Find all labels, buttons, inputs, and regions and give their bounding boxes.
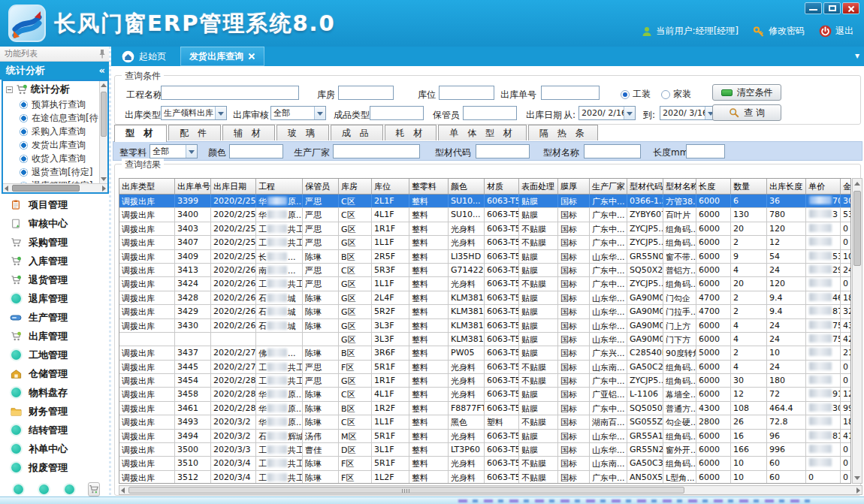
tree-vertical-scrollbar[interactable] bbox=[99, 81, 107, 183]
dot-icon[interactable] bbox=[65, 484, 74, 494]
radio-industrial[interactable]: 工装 bbox=[621, 88, 651, 101]
table-row[interactable]: 调拨出库34002020/2/25华原...严思C区4L1F整料SU10...6… bbox=[119, 208, 850, 222]
sidebar-item-生产管理[interactable]: 生产管理 bbox=[0, 308, 110, 327]
column-header[interactable]: 出库类型 bbox=[119, 179, 175, 194]
tree-horizontal-scrollbar[interactable] bbox=[3, 183, 107, 192]
clear-conditions-button[interactable]: 清空条件 bbox=[712, 84, 781, 101]
tree-item[interactable]: 退货查询[待定] bbox=[3, 165, 107, 179]
column-header[interactable]: 保管员 bbox=[303, 179, 339, 194]
column-header[interactable]: 表面处理 bbox=[519, 179, 558, 194]
logout-button[interactable]: 退出 bbox=[819, 25, 853, 38]
table-row[interactable]: 调拨出库34132020/2/26南...严思C区5R3F整料G71422606… bbox=[119, 264, 850, 277]
table-row[interactable]: 调拨出库34092020/2/25长...陈琳B区2R5F整料LI35HD606… bbox=[119, 250, 850, 264]
location-input[interactable] bbox=[439, 86, 494, 100]
table-row[interactable]: 调拨出库34932020/3/2华原...陈琳C区1L1F整料黑色塑料不贴膜国标… bbox=[119, 415, 850, 429]
search-button[interactable]: 查 询 bbox=[712, 104, 781, 121]
sidebar-item-退库管理[interactable]: 退库管理 bbox=[0, 289, 110, 308]
table-row[interactable]: 调拨出库34282020/2/26石城陈琳G区2L4F整料KLM38176063… bbox=[119, 291, 850, 305]
dot-icon[interactable] bbox=[14, 484, 23, 494]
tab-close-icon[interactable] bbox=[248, 53, 255, 60]
audit-select[interactable]: 全部 bbox=[270, 106, 326, 120]
profile-code-input[interactable] bbox=[476, 144, 530, 158]
table-row[interactable]: 调拨出库34452020/2/27工共工程严思F区5R1F整料光身料6063-T… bbox=[119, 361, 850, 374]
sidebar-item-仓储管理[interactable]: 仓储管理 bbox=[0, 364, 110, 383]
material-tab[interactable]: 耗 材 bbox=[385, 125, 437, 140]
sidebar-item-审核中心[interactable]: 审核中心 bbox=[0, 214, 110, 233]
column-header[interactable]: 型材代码 bbox=[627, 179, 663, 194]
tree-item[interactable]: 收货入库查询 bbox=[3, 152, 107, 165]
table-row[interactable]: G区3L3F整料KLM38176063-T5贴膜国标山东华...GA90M09.… bbox=[119, 333, 850, 346]
table-row[interactable]: 调拨出库35102020/3/4工共工程陈琳F区5R1F整料光身料6063-T5… bbox=[119, 457, 850, 470]
column-header[interactable]: 生产厂家 bbox=[590, 179, 627, 194]
collapse-icon[interactable]: « bbox=[99, 62, 105, 80]
table-row[interactable]: 调拨出库34242020/2/26工共工程严思G区1L1F整料光身料6063-T… bbox=[119, 277, 850, 291]
sidebar-item-工地管理[interactable]: 工地管理 bbox=[0, 346, 110, 364]
table-row[interactable]: 调拨出库34302020/2/26石城陈琳G区3L3F整料KLM38176063… bbox=[119, 319, 850, 333]
change-password-button[interactable]: 修改密码 bbox=[753, 25, 805, 38]
sidebar-item-物料盘存[interactable]: 物料盘存 bbox=[0, 383, 110, 402]
dot-icon[interactable] bbox=[39, 484, 49, 494]
table-row[interactable]: 调拨出库34542020/2/28工共工程严思G区1R1F整料光身料6063-T… bbox=[119, 374, 850, 388]
sidebar-item-报废管理[interactable]: 报废管理 bbox=[0, 458, 110, 477]
table-row[interactable]: 调拨出库34032020/2/25工共工程严思G区1R1F整料光身料6063-T… bbox=[119, 222, 850, 236]
profile-name-input[interactable] bbox=[584, 144, 641, 158]
sidebar-item-结转管理[interactable]: 结转管理 bbox=[0, 421, 110, 439]
sidebar-item-项目管理[interactable]: 项目管理 bbox=[0, 195, 110, 214]
color-input[interactable] bbox=[229, 144, 283, 158]
sidebar-item-退货管理[interactable]: 退货管理 bbox=[0, 270, 110, 289]
material-tab[interactable]: 玻 璃 bbox=[276, 125, 329, 140]
sidebar-item-采购管理[interactable]: 采购管理 bbox=[0, 233, 110, 252]
table-horizontal-scrollbar[interactable] bbox=[119, 485, 862, 495]
sidebar-item-财务管理[interactable]: 财务管理 bbox=[0, 402, 110, 421]
tab-overflow-arrow[interactable]: ▾ bbox=[855, 50, 859, 61]
table-vertical-scrollbar[interactable] bbox=[852, 178, 862, 484]
product-type-input[interactable] bbox=[370, 106, 424, 120]
close-button[interactable] bbox=[842, 2, 859, 14]
tab-shipping-outbound-query[interactable]: 发货出库查询 bbox=[180, 47, 264, 66]
table-row[interactable]: 调拨出库35002020/3/3工共工程曹佳D区3L1F整料LT3P606063… bbox=[119, 443, 850, 457]
material-tab[interactable]: 配 件 bbox=[168, 125, 221, 140]
table-row[interactable]: 调拨出库34292020/2/26石城陈琳G区5R2F整料KLM38176063… bbox=[119, 305, 850, 318]
tab-home[interactable]: 起始页 bbox=[113, 47, 175, 66]
column-header[interactable]: 整零料 bbox=[409, 179, 449, 194]
table-row[interactable]: 调拨出库35122020/3/4工共工程陈琳F区1L2F整料光身料6063-T5… bbox=[119, 471, 850, 484]
column-header[interactable]: 型材名称 bbox=[663, 179, 696, 194]
minimize-button[interactable] bbox=[805, 2, 822, 14]
column-header[interactable]: 材质 bbox=[485, 179, 519, 194]
column-header[interactable]: 出库单号 bbox=[175, 179, 211, 194]
table-row[interactable]: 调拨出库34372020/2/27佛...陈琳B区3R6F整料PW056063-… bbox=[119, 346, 850, 360]
tree-item[interactable]: 在途信息查询[待 bbox=[3, 111, 107, 125]
sidebar-item-出库管理[interactable]: 出库管理 bbox=[0, 327, 110, 346]
tree-item[interactable]: 预算执行查询 bbox=[3, 98, 107, 111]
sidebar-cart-button[interactable] bbox=[88, 482, 100, 496]
tree-item[interactable]: 采购入库查询 bbox=[3, 125, 107, 138]
outbound-type-select[interactable]: 生产领料出库 bbox=[161, 106, 227, 120]
date-from-select[interactable]: 2020/ 2/16 bbox=[579, 106, 636, 120]
material-tab[interactable]: 成 品 bbox=[331, 125, 383, 140]
tree-root[interactable]: 统计分析 bbox=[3, 81, 107, 98]
column-header[interactable]: 膜厚 bbox=[558, 179, 590, 194]
tree-expander-icon[interactable] bbox=[6, 86, 13, 93]
sidebar-item-入库管理[interactable]: 入库管理 bbox=[0, 252, 110, 270]
column-header[interactable]: 出库长度 bbox=[767, 179, 806, 194]
table-row[interactable]: 调拨出库34582020/2/28华原...陈琳C区4L1F整料光身料6063-… bbox=[119, 388, 850, 401]
column-header[interactable]: 出库日期 bbox=[211, 179, 256, 194]
column-header[interactable]: 工程 bbox=[256, 179, 303, 194]
tree-item[interactable]: 发货出库查询 bbox=[3, 138, 107, 152]
column-header[interactable]: 长度 bbox=[696, 179, 731, 194]
maximize-button[interactable] bbox=[823, 2, 841, 14]
column-header[interactable]: 数量 bbox=[731, 179, 767, 194]
column-header[interactable]: 库房 bbox=[339, 179, 372, 194]
project-name-input[interactable] bbox=[161, 86, 299, 100]
order-no-input[interactable] bbox=[541, 86, 600, 100]
date-to-select[interactable]: 2020/ 3/16 bbox=[660, 106, 717, 120]
table-row[interactable]: 调拨出库34942020/3/2石辉城汤伟M区5R1F整料光身料6063-T5贴… bbox=[119, 430, 850, 443]
table-row[interactable]: 调拨出库33992020/2/25华原...严思C区2L1F整料SU10...6… bbox=[119, 195, 850, 208]
length-input[interactable] bbox=[686, 144, 725, 158]
column-header[interactable]: 颜色 bbox=[449, 179, 485, 194]
warehouse-input[interactable] bbox=[338, 86, 394, 100]
material-tab[interactable]: 型 材 bbox=[114, 125, 167, 142]
maker-input[interactable] bbox=[333, 144, 420, 158]
material-tab[interactable]: 辅 材 bbox=[222, 125, 275, 140]
column-header[interactable]: 金 bbox=[841, 179, 851, 194]
